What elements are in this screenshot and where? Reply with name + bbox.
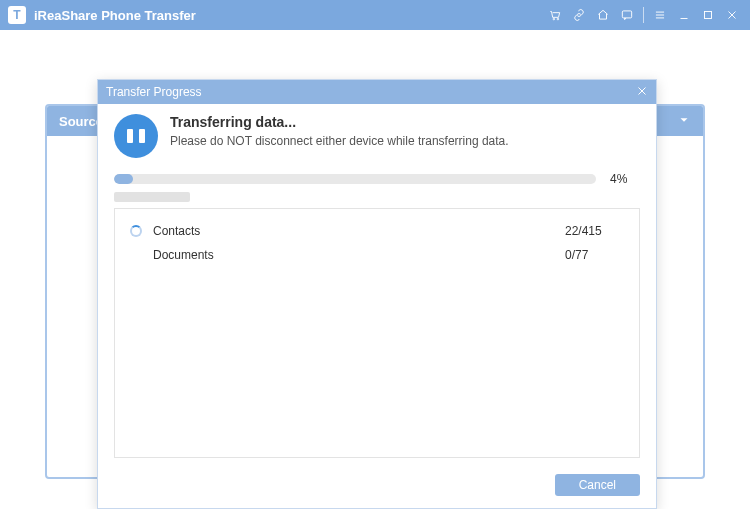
progress-bar: [114, 174, 596, 184]
dialog-close-button[interactable]: [636, 85, 648, 100]
dialog-heading: Transferring data...: [170, 114, 509, 130]
svg-rect-13: [139, 129, 145, 143]
item-count: 22/415: [565, 224, 625, 238]
close-button[interactable]: [720, 3, 744, 27]
maximize-button[interactable]: [696, 3, 720, 27]
spinner-icon: [129, 224, 143, 238]
dialog-titlebar: Transfer Progress: [98, 80, 656, 104]
overall-progress: 4%: [114, 172, 640, 186]
dialog-title: Transfer Progress: [106, 85, 202, 99]
titlebar-separator: [643, 7, 644, 23]
transfer-items-list: Contacts 22/415 Documents 0/77: [114, 208, 640, 458]
minimize-button[interactable]: [672, 3, 696, 27]
source-dropdown-caret-icon[interactable]: [677, 113, 691, 130]
svg-point-0: [553, 18, 555, 20]
menu-icon[interactable]: [648, 3, 672, 27]
svg-point-1: [557, 18, 559, 20]
list-item: Documents 0/77: [129, 243, 625, 267]
link-icon[interactable]: [567, 3, 591, 27]
list-item: Contacts 22/415: [129, 219, 625, 243]
feedback-icon[interactable]: [615, 3, 639, 27]
home-icon[interactable]: [591, 3, 615, 27]
cancel-button[interactable]: Cancel: [555, 474, 640, 496]
transfer-progress-dialog: Transfer Progress Transferring data... P…: [97, 79, 657, 509]
titlebar: T iReaShare Phone Transfer: [0, 0, 750, 30]
spinner-icon: [129, 248, 143, 262]
current-file-placeholder: [114, 192, 190, 202]
progress-percent: 4%: [610, 172, 640, 186]
dialog-subheading: Please do NOT disconnect either device w…: [170, 134, 509, 148]
item-name: Documents: [153, 248, 565, 262]
app-logo-icon: T: [8, 6, 26, 24]
progress-bar-fill: [114, 174, 133, 184]
svg-rect-12: [127, 129, 133, 143]
item-count: 0/77: [565, 248, 625, 262]
app-title: iReaShare Phone Transfer: [34, 8, 196, 23]
cart-icon[interactable]: [543, 3, 567, 27]
transfer-icon: [114, 114, 158, 158]
item-name: Contacts: [153, 224, 565, 238]
svg-rect-2: [622, 11, 631, 18]
svg-rect-7: [705, 12, 712, 19]
